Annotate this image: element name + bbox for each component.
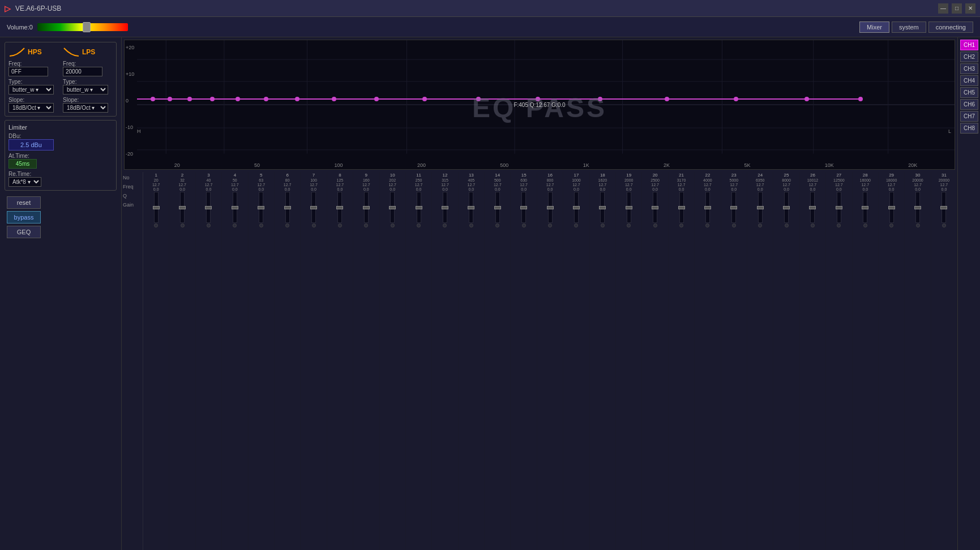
- band-thumb-22[interactable]: [704, 206, 711, 209]
- band-thumb-7[interactable]: [310, 206, 317, 209]
- ch-btn-6[interactable]: CH6: [960, 99, 978, 110]
- ch-btn-4[interactable]: CH4: [960, 75, 978, 86]
- band-slider-28[interactable]: [863, 192, 867, 223]
- band-thumb-2[interactable]: [179, 206, 186, 209]
- band-slider-29[interactable]: [889, 192, 894, 223]
- band-thumb-20[interactable]: [652, 206, 658, 209]
- band-slider-14[interactable]: [495, 192, 500, 223]
- band-slider-21[interactable]: [679, 192, 684, 223]
- band-thumb-10[interactable]: [389, 206, 396, 209]
- band-thumb-30[interactable]: [914, 206, 921, 209]
- hps-freq-input[interactable]: [8, 67, 48, 76]
- band-slider-16[interactable]: [548, 192, 553, 223]
- band-slider-30[interactable]: [915, 192, 920, 223]
- band-thumb-28[interactable]: [862, 206, 868, 209]
- band-slider-4[interactable]: [233, 192, 237, 223]
- mixer-button[interactable]: Mixer: [859, 22, 889, 33]
- lps-slope-select[interactable]: 18dB/Oct ▾: [63, 103, 108, 113]
- dbu-input[interactable]: [8, 139, 54, 151]
- maximize-button[interactable]: □: [952, 3, 962, 14]
- volume-handle[interactable]: [83, 22, 91, 32]
- band-thumb-29[interactable]: [888, 206, 895, 209]
- band-slider-26[interactable]: [810, 192, 815, 223]
- svg-point-14: [151, 97, 155, 101]
- band-thumb-12[interactable]: [442, 206, 448, 209]
- minimize-button[interactable]: —: [938, 3, 948, 14]
- ch-btn-7[interactable]: CH7: [960, 111, 978, 122]
- band-slider-23[interactable]: [731, 192, 736, 223]
- band-slider-22[interactable]: [705, 192, 710, 223]
- band-thumb-21[interactable]: [678, 206, 685, 209]
- lps-type-select[interactable]: butter_w ▾: [63, 85, 108, 94]
- band-thumb-18[interactable]: [599, 206, 606, 209]
- hps-type-select[interactable]: butter_w ▾: [8, 85, 54, 94]
- band-thumb-17[interactable]: [573, 206, 580, 209]
- band-gain-27: 0.0: [836, 187, 842, 191]
- hps-label: HPS: [28, 48, 42, 56]
- band-thumb-13[interactable]: [468, 206, 474, 209]
- geq-button[interactable]: GEQ: [7, 226, 41, 238]
- ch-btn-3[interactable]: CH3: [960, 63, 978, 74]
- hps-curve-icon: [8, 46, 25, 58]
- band-thumb-15[interactable]: [520, 206, 527, 209]
- band-slider-18[interactable]: [600, 192, 605, 223]
- band-slider-1[interactable]: [154, 192, 159, 223]
- attime-input[interactable]: [8, 159, 37, 169]
- ch-btn-8[interactable]: CH8: [960, 123, 978, 134]
- band-slider-5[interactable]: [259, 192, 263, 223]
- band-slider-25[interactable]: [784, 192, 789, 223]
- limiter-section: Limiter DBu: At.Time: Re.Time: Atk*8 ▾: [5, 120, 117, 191]
- volume-slider[interactable]: [37, 23, 128, 31]
- band-thumb-5[interactable]: [258, 206, 264, 209]
- band-thumb-31[interactable]: [940, 206, 947, 209]
- lps-freq-input[interactable]: [63, 67, 102, 76]
- y-label-neg10: -10: [126, 124, 134, 130]
- ch-btn-2[interactable]: CH2: [960, 51, 978, 62]
- ch-btn-1[interactable]: CH1: [960, 40, 978, 50]
- band-thumb-27[interactable]: [836, 206, 842, 209]
- ch-btn-5[interactable]: CH5: [960, 87, 978, 98]
- band-thumb-26[interactable]: [809, 206, 816, 209]
- band-thumb-24[interactable]: [757, 206, 764, 209]
- band-slider-13[interactable]: [469, 192, 473, 223]
- band-thumb-14[interactable]: [494, 206, 501, 209]
- band-slider-8[interactable]: [337, 192, 342, 223]
- band-slider-9[interactable]: [364, 192, 369, 223]
- band-slider-17[interactable]: [574, 192, 579, 223]
- reset-button[interactable]: reset: [7, 196, 41, 209]
- band-slider-20[interactable]: [653, 192, 657, 223]
- band-thumb-8[interactable]: [336, 206, 343, 209]
- band-thumb-25[interactable]: [783, 206, 790, 209]
- band-thumb-23[interactable]: [730, 206, 737, 209]
- band-slider-19[interactable]: [627, 192, 631, 223]
- band-slider-31[interactable]: [942, 192, 946, 223]
- band-gain-10: 0.0: [390, 187, 395, 191]
- bypass-button[interactable]: bypass: [7, 211, 41, 224]
- band-thumb-3[interactable]: [205, 206, 212, 209]
- band-thumb-1[interactable]: [153, 206, 160, 209]
- band-slider-2[interactable]: [180, 192, 185, 223]
- band-thumb-19[interactable]: [626, 206, 632, 209]
- band-slider-10[interactable]: [390, 192, 395, 223]
- band-thumb-6[interactable]: [284, 206, 291, 209]
- band-no-16: 16: [547, 173, 553, 178]
- hps-slope-select[interactable]: 18dB/Oct ▾: [8, 103, 54, 113]
- close-button[interactable]: ✕: [965, 3, 975, 14]
- band-thumb-4[interactable]: [232, 206, 238, 209]
- band-slider-6[interactable]: [285, 192, 290, 223]
- band-slider-7[interactable]: [311, 192, 316, 223]
- band-slider-24[interactable]: [758, 192, 763, 223]
- connecting-button[interactable]: connecting: [928, 22, 973, 33]
- atk-select[interactable]: Atk*8 ▾: [8, 177, 41, 187]
- band-slider-27[interactable]: [837, 192, 841, 223]
- band-thumb-9[interactable]: [363, 206, 370, 209]
- band-thumb-11[interactable]: [416, 206, 422, 209]
- band-slider-12[interactable]: [443, 192, 447, 223]
- band-slider-11[interactable]: [417, 192, 421, 223]
- band-q-5: 12.7: [257, 183, 265, 187]
- band-slider-15[interactable]: [521, 192, 526, 223]
- band-no-1: 1: [155, 173, 157, 178]
- system-button[interactable]: system: [892, 22, 926, 33]
- band-thumb-16[interactable]: [547, 206, 554, 209]
- band-slider-3[interactable]: [206, 192, 211, 223]
